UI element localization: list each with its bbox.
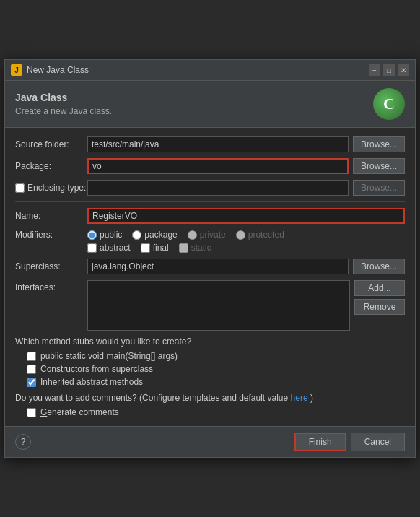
- source-folder-browse-button[interactable]: Browse...: [353, 136, 405, 152]
- stub-constructors-label[interactable]: Constructors from superclass: [40, 364, 153, 374]
- modifier-final[interactable]: final: [141, 243, 169, 253]
- modifier-private: private: [188, 230, 226, 240]
- modifier-private-radio: [188, 230, 197, 240]
- header-title: Java Class: [15, 92, 112, 103]
- enclosing-type-checkbox[interactable]: [15, 183, 25, 193]
- package-row: Package: Browse...: [15, 158, 405, 174]
- new-java-class-dialog: J New Java Class − □ ✕ Java Class Create…: [4, 59, 416, 458]
- comments-link-suffix: ): [310, 393, 313, 403]
- modifier-final-label: final: [153, 243, 169, 253]
- stub-constructors: Constructors from superclass: [27, 364, 405, 374]
- modifiers-radio-group: public package private protected: [87, 230, 284, 240]
- stub-main-method: public static void main(String[] args): [27, 351, 405, 361]
- separator-1: [15, 201, 405, 202]
- finish-button[interactable]: Finish: [294, 433, 346, 451]
- modifier-protected-label: protected: [248, 230, 284, 240]
- source-folder-row: Source folder: Browse...: [15, 136, 405, 152]
- header-logo: C: [373, 88, 405, 120]
- interfaces-row: Interfaces: Add... Remove: [15, 280, 405, 331]
- generate-comments-label[interactable]: Generate comments: [40, 407, 119, 417]
- modifiers-row2: abstract final static: [87, 243, 405, 253]
- modifier-static-checkbox: [179, 243, 188, 253]
- modifier-private-label: private: [200, 230, 226, 240]
- help-button[interactable]: ?: [15, 434, 31, 450]
- enclosing-type-checkbox-container: Enclosing type:: [15, 183, 87, 193]
- superclass-row: Superclass: Browse...: [15, 258, 405, 274]
- modifier-package[interactable]: package: [132, 230, 177, 240]
- modifier-package-radio[interactable]: [132, 230, 141, 240]
- enclosing-type-input[interactable]: [87, 180, 349, 196]
- title-bar: J New Java Class − □ ✕: [5, 60, 415, 81]
- enclosing-type-label[interactable]: Enclosing type:: [27, 183, 86, 193]
- modifier-package-label: package: [144, 230, 177, 240]
- package-label: Package:: [15, 161, 87, 171]
- source-folder-input[interactable]: [87, 136, 349, 152]
- modifier-public[interactable]: public: [87, 230, 122, 240]
- modifiers-label: Modifiers:: [15, 230, 87, 240]
- header-info: Java Class Create a new Java class.: [15, 92, 112, 116]
- comments-text: Do you want to add comments? (Configure …: [15, 393, 288, 403]
- name-input[interactable]: [87, 208, 405, 224]
- close-button[interactable]: ✕: [398, 64, 409, 76]
- interfaces-buttons: Add... Remove: [354, 280, 405, 315]
- superclass-browse-button[interactable]: Browse...: [353, 258, 405, 274]
- enclosing-type-row: Enclosing type: Browse...: [15, 180, 405, 196]
- header-subtitle: Create a new Java class.: [15, 106, 112, 116]
- package-browse-button[interactable]: Browse...: [353, 158, 405, 174]
- comments-section: Do you want to add comments? (Configure …: [15, 393, 405, 417]
- interfaces-label: Interfaces:: [15, 280, 87, 292]
- superclass-input[interactable]: [87, 258, 349, 274]
- generate-comments-checkbox[interactable]: [27, 408, 36, 417]
- stub-inherited-label[interactable]: Inherited abstract methods: [40, 377, 143, 387]
- title-bar-left: J New Java Class: [11, 64, 89, 76]
- stub-inherited: Inherited abstract methods: [27, 377, 405, 387]
- maximize-button[interactable]: □: [383, 64, 395, 76]
- name-row: Name:: [15, 208, 405, 224]
- superclass-label: Superclass:: [15, 261, 87, 271]
- stub-constructors-checkbox[interactable]: [27, 365, 36, 374]
- cancel-button[interactable]: Cancel: [351, 433, 405, 451]
- stub-inherited-checkbox[interactable]: [27, 378, 36, 387]
- source-folder-label: Source folder:: [15, 139, 87, 149]
- form-content: Source folder: Browse... Package: Browse…: [5, 128, 415, 426]
- modifier-static-label: static: [191, 243, 211, 253]
- modifier-public-radio[interactable]: [87, 230, 97, 240]
- stub-main-checkbox[interactable]: [27, 352, 36, 361]
- interfaces-add-button[interactable]: Add...: [354, 280, 405, 296]
- minimize-button[interactable]: −: [369, 64, 380, 76]
- modifier-final-checkbox[interactable]: [141, 243, 150, 253]
- modifiers-row: Modifiers: public package private protec…: [15, 230, 405, 240]
- comments-link[interactable]: here: [291, 393, 308, 403]
- stub-main-label[interactable]: public static void main(String[] args): [40, 351, 178, 361]
- package-input[interactable]: [87, 158, 349, 174]
- modifier-abstract-checkbox[interactable]: [87, 243, 97, 253]
- modifier-abstract-label: abstract: [100, 243, 131, 253]
- java-icon: J: [11, 64, 22, 76]
- interfaces-remove-button[interactable]: Remove: [354, 299, 405, 315]
- footer: ? Finish Cancel: [5, 426, 415, 457]
- interfaces-list: [87, 280, 350, 331]
- stubs-title: Which method stubs would you like to cre…: [15, 336, 405, 347]
- generate-comments-item: Generate comments: [27, 407, 405, 417]
- modifier-static: static: [179, 243, 211, 253]
- modifier-public-label: public: [100, 230, 122, 240]
- enclosing-type-browse-button: Browse...: [353, 180, 405, 196]
- window-title: New Java Class: [27, 65, 89, 75]
- footer-actions: Finish Cancel: [294, 433, 405, 451]
- stubs-section: Which method stubs would you like to cre…: [15, 336, 405, 387]
- modifier-abstract[interactable]: abstract: [87, 243, 131, 253]
- modifier-protected-radio: [236, 230, 245, 240]
- title-bar-controls: − □ ✕: [369, 64, 409, 76]
- name-label: Name:: [15, 211, 87, 221]
- header-section: Java Class Create a new Java class. C: [5, 81, 415, 128]
- modifier-protected: protected: [236, 230, 284, 240]
